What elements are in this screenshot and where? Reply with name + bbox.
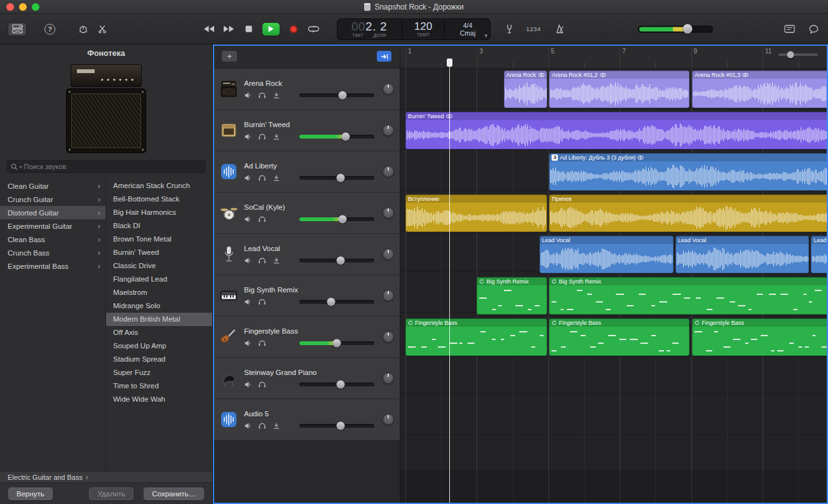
sidebar-category-item[interactable]: Crunch Guitar› bbox=[0, 193, 105, 206]
pan-knob[interactable] bbox=[383, 207, 394, 219]
solo-button[interactable] bbox=[258, 422, 266, 430]
master-volume-thumb[interactable] bbox=[682, 24, 692, 34]
track-header[interactable]: Burnin’ Tweed bbox=[214, 110, 400, 151]
sound-preset-item[interactable]: Flangilated Lead bbox=[106, 273, 212, 286]
solo-button[interactable] bbox=[258, 174, 266, 182]
solo-button[interactable] bbox=[258, 339, 266, 347]
search-scope-chevron-icon[interactable]: ▾ bbox=[20, 165, 22, 170]
sidebar-category-item[interactable]: Clean Bass› bbox=[0, 233, 105, 246]
sound-preset-item[interactable]: Maelstrom bbox=[106, 286, 212, 299]
tuner-button[interactable] bbox=[503, 23, 515, 36]
input-monitor-button[interactable] bbox=[272, 422, 280, 430]
count-in-button[interactable]: 1234 bbox=[526, 23, 541, 36]
stop-button[interactable] bbox=[243, 23, 254, 36]
sound-preset-item[interactable]: Bell-Bottomed Stack bbox=[106, 193, 212, 206]
delete-button[interactable]: Удалить bbox=[89, 487, 133, 500]
track-header[interactable]: Ad Liberty bbox=[214, 151, 400, 192]
add-track-button[interactable]: + bbox=[222, 51, 237, 62]
zoom-window-button[interactable] bbox=[32, 3, 39, 11]
solo-button[interactable] bbox=[258, 381, 266, 388]
mute-button[interactable] bbox=[244, 422, 252, 430]
volume-slider-thumb[interactable] bbox=[342, 132, 350, 140]
search-input[interactable] bbox=[24, 163, 201, 170]
rewind-button[interactable] bbox=[203, 23, 215, 36]
lcd-display[interactable]: 002.2 ТАКТДОЛЯ 120 ТЕМП 4/4 Cmaj ▾ bbox=[337, 18, 491, 40]
timeline-ruler[interactable]: 1357911 bbox=[400, 46, 827, 69]
region[interactable]: Arena Rock #01,2 bbox=[549, 71, 689, 108]
volume-slider-thumb[interactable] bbox=[336, 421, 344, 430]
pan-knob[interactable] bbox=[383, 83, 394, 95]
sidebar-category-item[interactable]: Clean Guitar› bbox=[0, 179, 105, 193]
region[interactable]: Lead Vocal bbox=[675, 236, 809, 273]
input-monitor-button[interactable] bbox=[272, 92, 280, 99]
track-header[interactable]: Steinway Grand Piano bbox=[214, 358, 400, 398]
pan-knob[interactable] bbox=[383, 372, 394, 384]
sound-preset-item[interactable]: Midrange Solo bbox=[106, 299, 212, 313]
sound-preset-item[interactable]: Stadium Spread bbox=[106, 353, 212, 366]
revert-button[interactable]: Вернуть bbox=[8, 487, 53, 500]
input-monitor-button[interactable] bbox=[272, 133, 280, 140]
region[interactable]: Fingerstyle Bass bbox=[405, 318, 547, 356]
smart-controls-button[interactable] bbox=[74, 22, 93, 36]
region[interactable]: Lead Vocal bbox=[811, 236, 827, 273]
zoom-slider-thumb[interactable] bbox=[787, 51, 794, 58]
editor-button[interactable] bbox=[93, 22, 112, 36]
track-header[interactable]: Big Synth Remix bbox=[214, 275, 400, 316]
metronome-button[interactable] bbox=[554, 23, 566, 36]
region[interactable]: 3Ad Liberty: Дубль 3 (3 дубля) bbox=[549, 153, 827, 191]
track-header[interactable]: Arena Rock bbox=[214, 69, 400, 109]
sound-preset-item[interactable]: Big Hair Harmonics bbox=[106, 206, 212, 219]
mute-button[interactable] bbox=[244, 381, 252, 388]
breadcrumb[interactable]: Electric Guitar and Bass › bbox=[0, 471, 212, 482]
volume-slider-thumb[interactable] bbox=[339, 91, 347, 99]
volume-slider[interactable] bbox=[299, 300, 374, 304]
sidebar-category-item[interactable]: Crunch Bass› bbox=[0, 246, 105, 259]
volume-slider-thumb[interactable] bbox=[333, 339, 341, 347]
mute-button[interactable] bbox=[244, 92, 252, 99]
region[interactable]: Arena Rock #01,3 bbox=[692, 71, 827, 108]
region[interactable]: Big Synth Remix bbox=[549, 277, 827, 315]
sound-preset-item[interactable]: Time to Shred bbox=[106, 379, 212, 393]
mute-button[interactable] bbox=[244, 339, 252, 347]
region[interactable]: Припев bbox=[549, 194, 827, 232]
sidebar-category-item[interactable]: Experimental Bass› bbox=[0, 259, 105, 273]
cycle-button[interactable] bbox=[308, 23, 320, 36]
volume-slider-thumb[interactable] bbox=[336, 256, 344, 264]
solo-button[interactable] bbox=[258, 215, 266, 223]
solo-button[interactable] bbox=[258, 257, 266, 264]
play-button[interactable] bbox=[262, 23, 280, 36]
mute-button[interactable] bbox=[244, 133, 252, 140]
pan-knob[interactable] bbox=[383, 331, 394, 343]
search-field[interactable]: ▾ bbox=[6, 160, 206, 173]
master-volume-slider[interactable] bbox=[638, 25, 713, 32]
loop-browser-button[interactable] bbox=[808, 23, 819, 36]
track-header[interactable]: SoCal (Kyle) bbox=[214, 193, 400, 233]
mute-button[interactable] bbox=[244, 174, 252, 182]
pan-knob[interactable] bbox=[383, 166, 394, 177]
volume-slider-thumb[interactable] bbox=[339, 215, 347, 223]
volume-slider[interactable] bbox=[299, 93, 374, 97]
save-button[interactable]: Сохранить… bbox=[144, 487, 204, 500]
pan-knob[interactable] bbox=[383, 125, 394, 136]
track-header[interactable]: Lead Vocal bbox=[214, 234, 400, 275]
solo-button[interactable] bbox=[258, 133, 266, 140]
lcd-key-section[interactable]: 4/4 Cmaj bbox=[445, 18, 491, 40]
sidebar-category-item[interactable]: Distorted Guitar› bbox=[0, 206, 105, 219]
sound-preset-item[interactable]: Burnin’ Tweed bbox=[106, 246, 212, 259]
input-monitor-button[interactable] bbox=[272, 257, 280, 264]
pan-knob[interactable] bbox=[383, 414, 394, 425]
solo-button[interactable] bbox=[258, 298, 266, 306]
forward-button[interactable] bbox=[223, 23, 234, 36]
region[interactable]: Lead Vocal bbox=[540, 236, 674, 273]
pan-knob[interactable] bbox=[383, 290, 394, 301]
chevron-down-icon[interactable]: ▾ bbox=[484, 32, 487, 39]
track-header[interactable]: Audio 5 bbox=[214, 399, 400, 440]
region[interactable]: Fingerstyle Bass bbox=[549, 318, 689, 356]
zoom-slider[interactable] bbox=[778, 53, 818, 56]
sound-preset-item[interactable]: Off Axis bbox=[106, 326, 212, 339]
volume-slider[interactable] bbox=[299, 383, 374, 386]
close-window-button[interactable] bbox=[6, 3, 14, 11]
sound-preset-item[interactable]: Brown Tone Metal bbox=[106, 233, 212, 246]
mute-button[interactable] bbox=[244, 298, 252, 306]
volume-slider-thumb[interactable] bbox=[336, 174, 344, 182]
